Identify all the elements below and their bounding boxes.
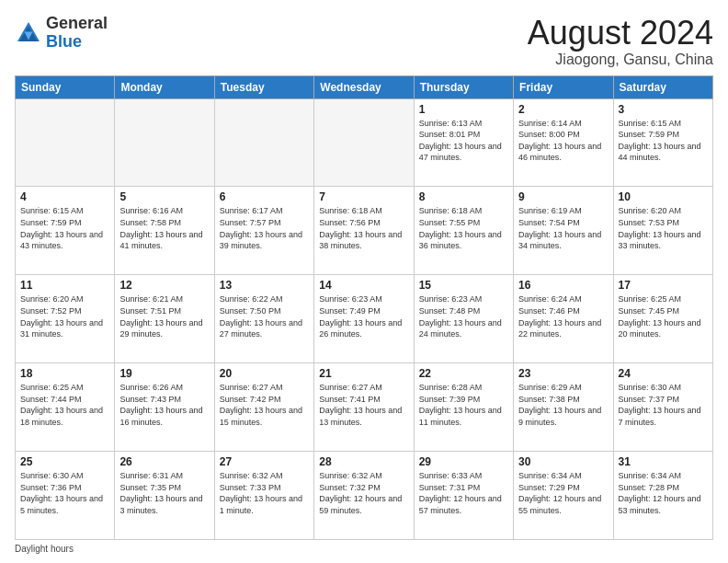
col-monday: Monday xyxy=(115,75,214,98)
day-number: 12 xyxy=(119,279,209,292)
day-info: Sunrise: 6:31 AM Sunset: 7:35 PM Dayligh… xyxy=(119,470,209,516)
day-number: 5 xyxy=(119,190,209,203)
footer-note: Daylight hours xyxy=(15,544,713,554)
table-row: 26Sunrise: 6:31 AM Sunset: 7:35 PM Dayli… xyxy=(115,452,214,540)
table-row: 1Sunrise: 6:13 AM Sunset: 8:01 PM Daylig… xyxy=(414,98,513,187)
table-row xyxy=(115,98,214,187)
table-row: 7Sunrise: 6:18 AM Sunset: 7:56 PM Daylig… xyxy=(314,187,414,275)
day-info: Sunrise: 6:33 AM Sunset: 7:31 PM Dayligh… xyxy=(419,470,508,516)
day-number: 10 xyxy=(619,190,708,203)
table-row: 11Sunrise: 6:20 AM Sunset: 7:52 PM Dayli… xyxy=(16,275,115,363)
day-number: 31 xyxy=(619,455,708,468)
daylight-label: Daylight hours xyxy=(15,544,74,554)
table-row: 5Sunrise: 6:16 AM Sunset: 7:58 PM Daylig… xyxy=(115,187,214,275)
table-row: 28Sunrise: 6:32 AM Sunset: 7:32 PM Dayli… xyxy=(314,452,414,540)
day-info: Sunrise: 6:27 AM Sunset: 7:42 PM Dayligh… xyxy=(220,382,309,428)
day-info: Sunrise: 6:32 AM Sunset: 7:33 PM Dayligh… xyxy=(220,470,309,516)
day-info: Sunrise: 6:21 AM Sunset: 7:51 PM Dayligh… xyxy=(119,293,209,339)
day-number: 27 xyxy=(220,455,309,468)
logo-icon xyxy=(15,19,42,47)
table-row: 4Sunrise: 6:15 AM Sunset: 7:59 PM Daylig… xyxy=(16,187,115,275)
day-number: 23 xyxy=(518,367,608,380)
day-number: 4 xyxy=(20,190,109,203)
day-number: 18 xyxy=(20,367,109,380)
table-row: 30Sunrise: 6:34 AM Sunset: 7:29 PM Dayli… xyxy=(514,452,613,540)
table-row: 2Sunrise: 6:14 AM Sunset: 8:00 PM Daylig… xyxy=(514,98,613,187)
day-info: Sunrise: 6:30 AM Sunset: 7:37 PM Dayligh… xyxy=(619,382,708,428)
day-number: 14 xyxy=(319,279,408,292)
day-info: Sunrise: 6:17 AM Sunset: 7:57 PM Dayligh… xyxy=(220,205,309,251)
table-row: 23Sunrise: 6:29 AM Sunset: 7:38 PM Dayli… xyxy=(514,363,613,452)
day-info: Sunrise: 6:25 AM Sunset: 7:45 PM Dayligh… xyxy=(619,293,708,339)
page: General Blue August 2024 Jiaogong, Gansu… xyxy=(0,0,728,563)
day-info: Sunrise: 6:23 AM Sunset: 7:49 PM Dayligh… xyxy=(319,293,408,339)
day-number: 3 xyxy=(619,103,708,116)
day-info: Sunrise: 6:26 AM Sunset: 7:43 PM Dayligh… xyxy=(119,382,209,428)
table-row: 25Sunrise: 6:30 AM Sunset: 7:36 PM Dayli… xyxy=(16,452,115,540)
day-info: Sunrise: 6:13 AM Sunset: 8:01 PM Dayligh… xyxy=(419,118,508,164)
table-row: 10Sunrise: 6:20 AM Sunset: 7:53 PM Dayli… xyxy=(613,187,712,275)
table-row: 24Sunrise: 6:30 AM Sunset: 7:37 PM Dayli… xyxy=(613,363,712,452)
table-row: 31Sunrise: 6:34 AM Sunset: 7:28 PM Dayli… xyxy=(613,452,712,540)
day-info: Sunrise: 6:18 AM Sunset: 7:55 PM Dayligh… xyxy=(419,205,508,251)
calendar-week-row: 18Sunrise: 6:25 AM Sunset: 7:44 PM Dayli… xyxy=(16,363,713,452)
day-number: 20 xyxy=(220,367,309,380)
col-friday: Friday xyxy=(514,75,613,98)
day-number: 9 xyxy=(518,190,608,203)
calendar-table: Sunday Monday Tuesday Wednesday Thursday… xyxy=(15,75,713,540)
day-info: Sunrise: 6:23 AM Sunset: 7:48 PM Dayligh… xyxy=(419,293,508,339)
header: General Blue August 2024 Jiaogong, Gansu… xyxy=(15,15,713,68)
table-row: 18Sunrise: 6:25 AM Sunset: 7:44 PM Dayli… xyxy=(16,363,115,452)
day-number: 13 xyxy=(220,279,309,292)
calendar-week-row: 25Sunrise: 6:30 AM Sunset: 7:36 PM Dayli… xyxy=(16,452,713,540)
table-row: 3Sunrise: 6:15 AM Sunset: 7:59 PM Daylig… xyxy=(613,98,712,187)
table-row: 16Sunrise: 6:24 AM Sunset: 7:46 PM Dayli… xyxy=(514,275,613,363)
day-number: 1 xyxy=(419,103,508,116)
calendar-header-row: Sunday Monday Tuesday Wednesday Thursday… xyxy=(16,75,713,98)
day-number: 25 xyxy=(20,455,109,468)
table-row: 14Sunrise: 6:23 AM Sunset: 7:49 PM Dayli… xyxy=(314,275,414,363)
table-row: 29Sunrise: 6:33 AM Sunset: 7:31 PM Dayli… xyxy=(414,452,513,540)
day-info: Sunrise: 6:34 AM Sunset: 7:28 PM Dayligh… xyxy=(619,470,708,516)
day-info: Sunrise: 6:15 AM Sunset: 7:59 PM Dayligh… xyxy=(619,118,708,164)
day-number: 21 xyxy=(319,367,408,380)
col-wednesday: Wednesday xyxy=(314,75,414,98)
table-row: 8Sunrise: 6:18 AM Sunset: 7:55 PM Daylig… xyxy=(414,187,513,275)
day-info: Sunrise: 6:18 AM Sunset: 7:56 PM Dayligh… xyxy=(319,205,408,251)
day-number: 17 xyxy=(619,279,708,292)
table-row: 13Sunrise: 6:22 AM Sunset: 7:50 PM Dayli… xyxy=(214,275,313,363)
table-row: 12Sunrise: 6:21 AM Sunset: 7:51 PM Dayli… xyxy=(115,275,214,363)
logo: General Blue xyxy=(15,15,108,52)
day-info: Sunrise: 6:27 AM Sunset: 7:41 PM Dayligh… xyxy=(319,382,408,428)
col-tuesday: Tuesday xyxy=(214,75,313,98)
calendar-week-row: 4Sunrise: 6:15 AM Sunset: 7:59 PM Daylig… xyxy=(16,187,713,275)
table-row: 27Sunrise: 6:32 AM Sunset: 7:33 PM Dayli… xyxy=(214,452,313,540)
logo-general-text: General xyxy=(46,14,108,32)
table-row: 6Sunrise: 6:17 AM Sunset: 7:57 PM Daylig… xyxy=(214,187,313,275)
day-info: Sunrise: 6:30 AM Sunset: 7:36 PM Dayligh… xyxy=(20,470,109,516)
day-number: 6 xyxy=(220,190,309,203)
day-number: 30 xyxy=(518,455,608,468)
table-row xyxy=(214,98,313,187)
day-info: Sunrise: 6:20 AM Sunset: 7:53 PM Dayligh… xyxy=(619,205,708,251)
day-number: 24 xyxy=(619,367,708,380)
title-block: August 2024 Jiaogong, Gansu, China xyxy=(528,15,713,68)
table-row: 20Sunrise: 6:27 AM Sunset: 7:42 PM Dayli… xyxy=(214,363,313,452)
col-sunday: Sunday xyxy=(16,75,115,98)
day-info: Sunrise: 6:32 AM Sunset: 7:32 PM Dayligh… xyxy=(319,470,408,516)
day-info: Sunrise: 6:15 AM Sunset: 7:59 PM Dayligh… xyxy=(20,205,109,251)
table-row xyxy=(314,98,414,187)
day-number: 8 xyxy=(419,190,508,203)
day-number: 7 xyxy=(319,190,408,203)
day-number: 15 xyxy=(419,279,508,292)
day-number: 11 xyxy=(20,279,109,292)
table-row: 9Sunrise: 6:19 AM Sunset: 7:54 PM Daylig… xyxy=(514,187,613,275)
logo-blue-text: Blue xyxy=(46,32,82,51)
calendar-week-row: 1Sunrise: 6:13 AM Sunset: 8:01 PM Daylig… xyxy=(16,98,713,187)
table-row: 21Sunrise: 6:27 AM Sunset: 7:41 PM Dayli… xyxy=(314,363,414,452)
table-row: 17Sunrise: 6:25 AM Sunset: 7:45 PM Dayli… xyxy=(613,275,712,363)
logo-text: General Blue xyxy=(46,15,108,52)
day-info: Sunrise: 6:14 AM Sunset: 8:00 PM Dayligh… xyxy=(518,118,608,164)
day-number: 28 xyxy=(319,455,408,468)
col-saturday: Saturday xyxy=(613,75,712,98)
